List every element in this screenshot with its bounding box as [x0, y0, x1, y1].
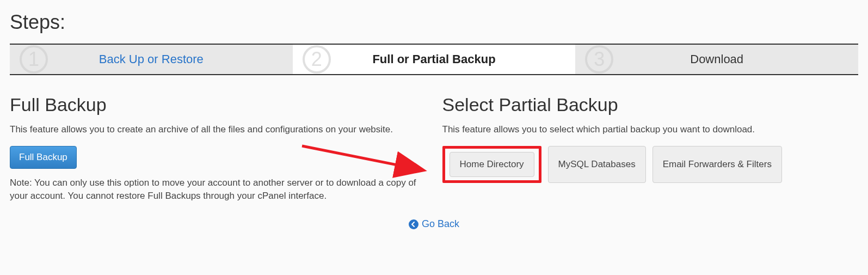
- full-backup-note: Note: You can only use this option to mo…: [10, 176, 426, 203]
- annotation-highlight: Home Directory: [442, 146, 541, 183]
- partial-backup-desc: This feature allows you to select which …: [442, 123, 859, 136]
- step-3[interactable]: 3 Download: [575, 45, 858, 74]
- home-directory-button[interactable]: Home Directory: [450, 152, 534, 177]
- go-back-container: Go Back: [10, 218, 858, 230]
- step-1[interactable]: 1 Back Up or Restore: [10, 45, 293, 74]
- arrow-left-circle-icon: [409, 219, 418, 229]
- full-backup-section: Full Backup This feature allows you to c…: [10, 94, 426, 202]
- email-forwarders-button[interactable]: Email Forwarders & Filters: [652, 146, 782, 183]
- full-backup-desc: This feature allows you to create an arc…: [10, 123, 426, 136]
- step-number-icon: 2: [303, 45, 331, 74]
- step-label: Back Up or Restore: [99, 52, 204, 66]
- step-number-icon: 1: [20, 45, 48, 74]
- full-backup-button[interactable]: Full Backup: [10, 146, 77, 169]
- go-back-label: Go Back: [422, 218, 459, 230]
- go-back-link[interactable]: Go Back: [409, 218, 459, 230]
- step-label: Full or Partial Backup: [372, 52, 495, 66]
- step-2: 2 Full or Partial Backup: [293, 45, 576, 74]
- page-title: Steps:: [10, 11, 858, 34]
- step-number-icon: 3: [585, 45, 613, 74]
- mysql-databases-button[interactable]: MySQL Databases: [548, 146, 646, 183]
- step-label: Download: [690, 52, 743, 66]
- steps-bar: 1 Back Up or Restore 2 Full or Partial B…: [10, 44, 858, 75]
- partial-backup-title: Select Partial Backup: [442, 94, 859, 115]
- content-columns: Full Backup This feature allows you to c…: [10, 94, 858, 202]
- partial-backup-buttons: Home Directory MySQL Databases Email For…: [442, 146, 859, 183]
- partial-backup-section: Select Partial Backup This feature allow…: [442, 94, 859, 202]
- full-backup-title: Full Backup: [10, 94, 426, 115]
